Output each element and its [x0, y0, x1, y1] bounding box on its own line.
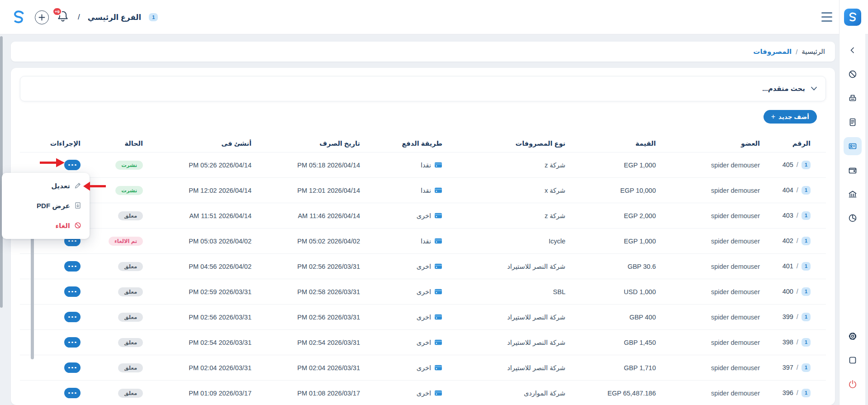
menu-item-view-pdf[interactable]: عرض PDF [2, 196, 90, 216]
quick-add-button[interactable] [35, 10, 49, 24]
payment-date-text: PM 02:54 2026/03/31 [297, 339, 360, 346]
branch-selector[interactable]: الفرع الرئيسي [88, 13, 141, 22]
value-text: USD 1,000 [624, 288, 656, 295]
printer-icon[interactable] [844, 89, 862, 107]
cell-value: EGP 2,000 [573, 212, 663, 219]
cell-status: نشرت [84, 186, 152, 195]
cell-actions [20, 312, 84, 322]
cell-member: spider demouser [663, 263, 767, 270]
header-created-at: أنشئ فى [152, 140, 265, 147]
row-actions-button[interactable] [64, 388, 81, 398]
row-actions-button[interactable] [64, 286, 81, 297]
number-separator: / [797, 161, 798, 168]
row-number: 402 [783, 237, 793, 244]
menu-item-cancel[interactable]: الغاء [2, 216, 90, 236]
expenses-panel: بحث متقدم... أضف جديد + الرقم العضو القي… [11, 68, 835, 405]
breadcrumb-separator: / [796, 48, 797, 56]
row-actions-button[interactable] [64, 312, 81, 322]
cell-payment-date: PM 02:56 2026/03/31 [265, 314, 374, 321]
page-scrollbar[interactable] [0, 36, 3, 308]
cell-payment-method: اخرى [374, 263, 455, 270]
cell-value: GBP 1,710 [573, 364, 663, 372]
cell-status: تم الالغاء [84, 237, 152, 246]
status-badge: معلق [118, 389, 143, 398]
advanced-search-toggle[interactable]: بحث متقدم... [20, 76, 826, 101]
row-actions-button[interactable] [64, 160, 81, 170]
header-member: العضو [663, 140, 767, 147]
row-actions-button[interactable] [64, 337, 81, 348]
payment-date-text: PM 05:02 2026/04/02 [297, 238, 360, 245]
add-new-button[interactable]: أضف جديد + [764, 110, 817, 124]
cell-expense-type: شركة z [455, 162, 573, 169]
circle-slash-icon[interactable] [844, 65, 862, 83]
cell-payment-date: PM 05:02 2026/04/02 [265, 238, 374, 245]
payment-date-text: PM 05:18 2026/04/14 [297, 162, 360, 169]
status-badge: معلق [118, 338, 143, 347]
cell-number: 1 / 399 [767, 313, 826, 321]
table-row: 1 / 397 spider demouser GBP 1,710 شركة ا… [20, 355, 826, 380]
cell-number: 1 / 402 [767, 237, 826, 245]
row-actions-button[interactable] [64, 362, 81, 373]
cell-created-at: PM 01:09 2026/03/17 [152, 390, 265, 397]
number-separator: / [797, 313, 798, 320]
header-expense-type: نوع المصروفات [455, 140, 573, 147]
cell-value: USD 1,000 [573, 288, 663, 295]
power-icon[interactable] [844, 375, 862, 393]
payment-method-text: اخرى [417, 339, 431, 346]
payment-wallet-icon [434, 187, 442, 194]
cell-payment-method: اخرى [374, 364, 455, 372]
payment-date-text: PM 12:01 2026/04/14 [297, 187, 360, 194]
payment-wallet-icon [434, 212, 442, 219]
app-logo[interactable] [844, 9, 861, 26]
invoice-icon[interactable] [844, 113, 862, 131]
cell-status: معلق [84, 287, 152, 296]
row-count-badge: 1 [802, 211, 811, 219]
pie-chart-icon[interactable] [844, 209, 862, 227]
cell-actions [20, 286, 84, 297]
menu-item-edit[interactable]: تعديل [2, 176, 90, 196]
hamburger-menu-icon[interactable] [821, 12, 832, 22]
cell-payment-method: اخرى [374, 288, 455, 295]
payment-date-text: PM 01:08 2026/03/17 [297, 390, 360, 397]
number-separator: / [797, 288, 798, 295]
bank-icon[interactable] [844, 185, 862, 203]
header-payment-date: تاريخ الصرف [265, 140, 374, 147]
row-number: 405 [783, 161, 793, 168]
row-count-badge: 1 [802, 186, 811, 194]
cell-expense-type: شركة x [455, 187, 573, 194]
user-card-icon[interactable] [844, 137, 862, 155]
payment-wallet-icon [434, 314, 442, 320]
cell-number: 1 / 396 [767, 389, 826, 397]
status-badge: معلق [118, 262, 143, 271]
payment-date-text: PM 02:56 2026/03/31 [297, 263, 360, 270]
row-actions-button[interactable] [64, 261, 81, 272]
cancel-slash-icon [74, 222, 81, 230]
cell-payment-method: اخرى [374, 339, 455, 346]
cell-payment-method: نقدا [374, 187, 455, 194]
cell-created-at: PM 02:56 2026/03/31 [152, 314, 265, 321]
payment-wallet-icon [434, 263, 442, 270]
table-row: 1 / 403 spider demouser EGP 2,000 شركة z… [20, 203, 826, 228]
square-icon[interactable] [844, 351, 862, 369]
payment-wallet-icon [434, 364, 442, 371]
row-count-badge: 1 [802, 338, 811, 346]
cell-value: GBP 400 [573, 314, 663, 321]
topbar-separator: / [78, 13, 80, 22]
cell-member: spider demouser [663, 364, 767, 372]
cell-payment-method: نقدا [374, 162, 455, 169]
brand-swirl-logo[interactable] [10, 9, 27, 26]
settings-gear-icon[interactable] [844, 327, 862, 345]
table-row: 1 / 399 spider demouser GBP 400 شركة الن… [20, 304, 826, 329]
breadcrumb-home-link[interactable]: الرئيسية [802, 48, 825, 56]
cell-created-at: PM 05:03 2026/04/02 [152, 238, 265, 245]
notifications-bell[interactable]: +9 [57, 10, 70, 25]
cell-member: spider demouser [663, 212, 767, 219]
chevron-left-icon[interactable] [844, 41, 862, 59]
wallet-icon[interactable] [844, 161, 862, 179]
chevron-down-icon [811, 85, 817, 93]
cell-created-at: PM 12:02 2026/04/14 [152, 187, 265, 194]
cell-member: spider demouser [663, 314, 767, 321]
value-text: EGP 65,487.186 [607, 390, 656, 397]
sidebar-bottom-group [840, 327, 865, 393]
number-separator: / [797, 262, 798, 270]
